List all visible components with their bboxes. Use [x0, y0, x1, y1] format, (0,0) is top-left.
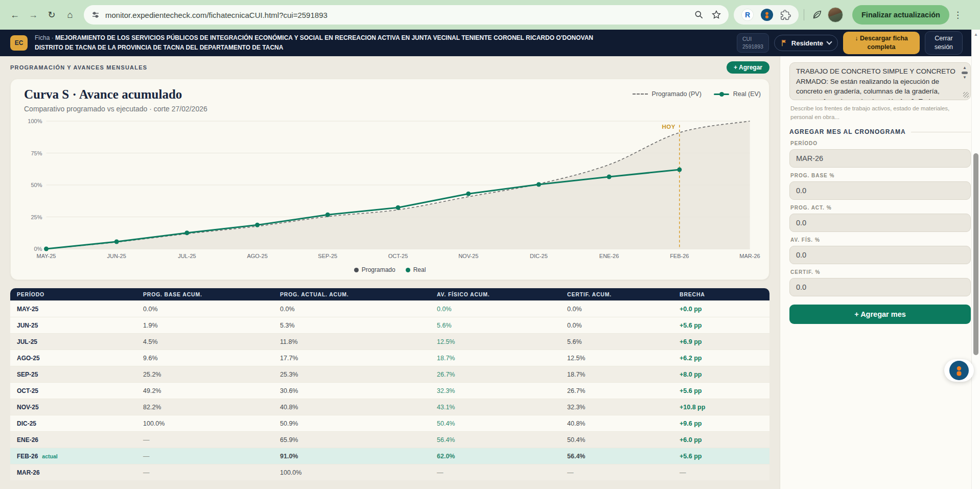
scroll-thumb[interactable] — [962, 72, 968, 74]
col-prog-actual: PROG. ACTUAL. ACUM. — [273, 291, 430, 297]
cui-label: CUI — [742, 35, 763, 43]
cell-certif: 5.6% — [561, 338, 673, 345]
svg-text:SEP-25: SEP-25 — [318, 253, 337, 259]
field-label: PROG. BASE % — [790, 173, 970, 178]
resize-grip-icon[interactable] — [963, 92, 969, 98]
work-notes-textarea[interactable]: TRABAJO DE CONCRETO SIMPLE Y CONCRETO AR… — [789, 62, 971, 100]
toolbar-divider — [804, 9, 804, 20]
extension-r-icon[interactable]: R — [741, 9, 754, 21]
table-row: JUL-254.5%11.8%12.5%5.6%+6.9 pp — [10, 333, 769, 350]
title-rule — [911, 132, 971, 132]
bottom-legend-programado: Programado — [354, 266, 395, 273]
chart-title: Curva S · Avance acumulado — [24, 87, 207, 102]
address-bar[interactable]: monitor.expedientecheck.com/fichatecnica… — [84, 5, 729, 25]
bookmark-star-icon[interactable] — [711, 10, 721, 20]
cui-chip: CUI 2591893 — [737, 33, 769, 53]
cell-certif: 18.7% — [561, 371, 673, 378]
chart-header: Curva S · Avance acumulado Comparativo p… — [19, 86, 761, 113]
monthly-progress-table: PERÍODO PROG. BASE ACUM. PROG. ACTUAL. A… — [10, 288, 769, 480]
cell-period: SEP-25 — [10, 371, 136, 378]
cell-prog-actual: 5.3% — [273, 322, 430, 329]
floating-extension-button[interactable] — [944, 359, 974, 382]
cell-prog-actual: 30.6% — [273, 387, 430, 394]
table-header-row: PERÍODO PROG. BASE ACUM. PROG. ACTUAL. A… — [10, 288, 769, 300]
section-title: PROGRAMACIÓN Y AVANCES MENSUALES — [10, 64, 147, 71]
svg-text:DIC-25: DIC-25 — [530, 253, 548, 259]
svg-text:MAR-26: MAR-26 — [739, 253, 760, 259]
add-month-pill-button[interactable]: + Agregar — [727, 61, 769, 74]
chart-bottom-legend: Programado Real — [19, 266, 761, 273]
cell-period: AGO-25 — [10, 355, 136, 362]
field-input-prog-base[interactable] — [789, 181, 971, 200]
bottom-legend-real: Real — [406, 266, 426, 273]
cell-brecha: +0.0 pp — [673, 306, 769, 313]
extension-person-icon[interactable] — [761, 9, 773, 21]
svg-text:AGO-25: AGO-25 — [247, 253, 267, 259]
browser-home-button[interactable]: ⌂ — [61, 6, 79, 24]
field-input-per-odo[interactable] — [789, 149, 971, 168]
browser-menu-icon[interactable]: ⋮ — [953, 10, 962, 20]
cell-period: MAY-25 — [10, 306, 136, 313]
chart-legend: Programado (PV) Real (EV) — [633, 90, 761, 98]
svg-text:OCT-25: OCT-25 — [388, 253, 408, 259]
s-curve-chart: 0%25%50%75%100%MAY-25JUN-25JUL-25AGO-25S… — [19, 114, 761, 265]
textarea-scrollbar[interactable]: ▲ ▼ — [962, 66, 968, 80]
scroll-down-icon[interactable]: ▼ — [963, 76, 967, 80]
current-month-badge: actual — [42, 453, 57, 459]
url-text[interactable]: monitor.expedientecheck.com/fichatecnica… — [105, 11, 328, 19]
cell-period: NOV-25 — [10, 404, 136, 411]
cell-period: JUN-25 — [10, 322, 136, 329]
cell-av-fisico: 43.1% — [430, 404, 561, 411]
search-icon[interactable] — [694, 10, 704, 20]
cell-period: ENE-26 — [10, 436, 136, 444]
page-scrollbar[interactable]: ▲ — [971, 30, 980, 489]
browser-reload-button[interactable]: ↻ — [43, 6, 60, 24]
field-input-certif[interactable] — [789, 278, 971, 296]
solid-line-swatch — [714, 94, 729, 95]
svg-text:50%: 50% — [31, 182, 42, 188]
cell-prog-base: 100.0% — [136, 420, 273, 427]
table-row: SEP-2525.2%25.3%26.7%18.7%+8.0 pp — [10, 366, 769, 382]
cell-av-fisico: 0.0% — [430, 306, 561, 313]
cell-brecha: +9.6 pp — [673, 420, 769, 427]
legend-item-programado: Programado (PV) — [633, 90, 702, 98]
role-selector[interactable]: Residente — [774, 35, 838, 51]
extensions-group: R — [734, 5, 799, 25]
cell-certif: — — [561, 469, 673, 476]
site-settings-icon[interactable] — [91, 10, 100, 19]
svg-text:75%: 75% — [31, 150, 42, 156]
cell-prog-actual: 91.0% — [273, 453, 430, 460]
cell-brecha: +5.6 pp — [673, 387, 769, 394]
cell-prog-base: 4.5% — [136, 338, 273, 345]
add-month-submit-button[interactable]: + Agregar mes — [789, 305, 971, 324]
profile-avatar[interactable] — [828, 7, 843, 22]
field-input-prog-act[interactable] — [789, 214, 971, 232]
cell-prog-actual: 17.7% — [273, 355, 430, 362]
cell-prog-base: 82.2% — [136, 404, 273, 411]
svg-text:JUN-25: JUN-25 — [107, 253, 126, 259]
scrollbar-up-icon[interactable]: ▲ — [972, 32, 980, 37]
table-row: AGO-259.6%17.7%18.7%12.5%+6.2 pp — [10, 350, 769, 366]
col-prog-base: PROG. BASE ACUM. — [136, 291, 273, 297]
logout-button[interactable]: Cerrar sesión — [925, 31, 963, 55]
page-content: PROGRAMACIÓN Y AVANCES MENSUALES + Agreg… — [0, 56, 980, 489]
download-full-sheet-button[interactable]: ↓ Descargar ficha completa — [843, 32, 920, 54]
browser-forward-button[interactable]: → — [25, 6, 42, 24]
svg-text:JUL-25: JUL-25 — [178, 253, 196, 259]
finalize-update-button[interactable]: Finalizar actualización — [852, 5, 949, 25]
browser-back-button[interactable]: ← — [6, 6, 24, 24]
scrollbar-thumb[interactable] — [973, 153, 978, 355]
cell-certif: 26.7% — [561, 387, 673, 394]
scroll-up-icon[interactable]: ▲ — [963, 66, 967, 70]
field-input-av-f-s[interactable] — [789, 246, 971, 264]
leaf-extension-icon[interactable] — [811, 9, 823, 20]
cell-prog-actual: 0.0% — [273, 306, 430, 313]
extensions-puzzle-icon[interactable] — [780, 10, 791, 20]
table-row: OCT-2549.2%30.6%32.3%26.7%+5.6 pp — [10, 382, 769, 399]
table-row: ENE-26—65.9%56.4%50.4%+6.0 pp — [10, 431, 769, 448]
programado-dot-icon — [354, 268, 359, 272]
cell-prog-base: — — [136, 453, 273, 460]
field-label: PROG. ACT. % — [790, 205, 970, 211]
col-brecha: BRECHA — [673, 291, 769, 297]
s-curve-card: Curva S · Avance acumulado Comparativo p… — [10, 79, 769, 280]
